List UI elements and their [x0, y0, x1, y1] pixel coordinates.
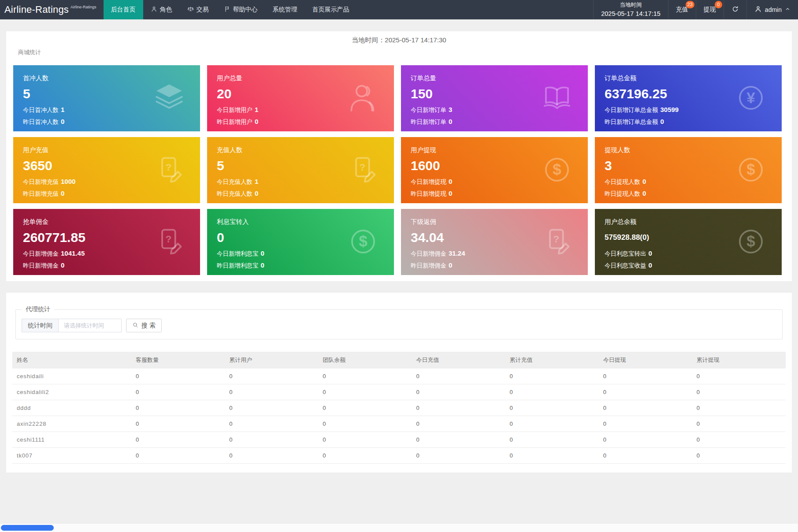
local-time-value: 2025-05-17 14:17:15 — [601, 9, 661, 19]
stat-card: 用户总余额575928.88(0)今日利息宝转出0今日利息宝收益0$ — [595, 209, 782, 275]
nav-item-4[interactable]: 帮助中心 — [216, 0, 265, 19]
stat-time-label: 统计时间 — [22, 319, 58, 332]
table-cell: 0 — [505, 452, 599, 459]
table-cell: 0 — [692, 373, 786, 379]
app-logo: Airline-Ratings Airline-Ratings — [0, 0, 97, 19]
stat-time-input[interactable] — [58, 319, 122, 332]
scrollbar-thumb[interactable] — [1, 525, 54, 531]
card-subline: 昨日新增用户0 — [217, 118, 384, 126]
nav-item-1[interactable]: 后台首页 — [104, 0, 143, 19]
card-subline: 昨日充值人数0 — [217, 190, 384, 198]
recharge-badge: 23 — [686, 1, 694, 8]
table-cell: 0 — [131, 452, 225, 459]
agent-legend: 代理统计 — [22, 305, 54, 313]
refresh-icon — [731, 5, 739, 15]
dollar-icon: $ — [734, 225, 768, 258]
navbar-right: 当地时间 2025-05-17 14:17:15 充值 23 提现 0 admi… — [593, 0, 798, 19]
table-cell: 0 — [692, 420, 786, 427]
svg-text:?: ? — [166, 233, 172, 245]
layers-icon — [152, 81, 186, 115]
table-cell: 0 — [318, 436, 412, 443]
table-header-cell: 累计用户 — [225, 356, 318, 364]
edit-doc-icon: ? — [346, 153, 380, 186]
stat-card: 订单总金额637196.25今日新增订单总金额30599昨日新增订单总金额0¥ — [595, 65, 782, 131]
flag-icon — [224, 6, 230, 14]
stat-card: 抢单佣金260771.85今日新增佣金1041.45昨日新增佣金0? — [13, 209, 200, 275]
withdraw-badge: 0 — [715, 1, 722, 8]
table-cell: 0 — [131, 436, 225, 443]
table-cell: 0 — [225, 405, 318, 411]
table-cell: 0 — [692, 436, 786, 443]
card-subline: 昨日新增提现0 — [411, 190, 578, 198]
stat-card: 下级返佣34.04今日新增佣金31.24昨日新增佣金0? — [401, 209, 588, 275]
table-header-cell: 累计提现 — [692, 356, 786, 364]
filter-row: 统计时间 搜 索 — [22, 319, 162, 332]
table-cell: 0 — [412, 389, 505, 395]
table-cell: 0 — [692, 405, 786, 411]
table-cell: 0 — [318, 420, 412, 427]
card-subline: 昨日新增利息宝0 — [217, 261, 384, 270]
card-subline: 今日利息宝收益0 — [605, 261, 772, 270]
username: admin — [765, 6, 782, 13]
table-header-cell: 客服数量 — [131, 356, 225, 364]
section-title: 商城统计 — [18, 48, 41, 56]
table-cell: 0 — [131, 389, 225, 395]
table-cell: 0 — [131, 420, 225, 427]
stat-card: 用户充值3650今日新增充值1000昨日新增充值0? — [13, 137, 200, 203]
refresh-button[interactable] — [724, 0, 746, 19]
nav-item-label: 后台首页 — [111, 6, 136, 14]
stat-card: 订单总量150今日新增订单3昨日新增订单0 — [401, 65, 588, 131]
agent-name: ceshidalili2 — [12, 389, 131, 395]
top-navbar: Airline-Ratings Airline-Ratings 后台首页角色交易… — [0, 0, 798, 19]
table-header-row: 姓名客服数量累计用户团队余额今日充值累计充值今日提现累计提现 — [12, 352, 786, 368]
search-icon — [132, 322, 139, 330]
table-cell: 0 — [318, 373, 412, 379]
table-cell: 0 — [599, 420, 692, 427]
table-header-cell: 今日提现 — [599, 356, 692, 364]
table-cell: 0 — [318, 452, 412, 459]
agent-name: ceshidaili — [12, 373, 131, 379]
table-cell: 0 — [225, 373, 318, 379]
nav-item-label: 角色 — [160, 6, 172, 14]
nav-item-3[interactable]: 交易 — [180, 0, 216, 19]
table-cell: 0 — [505, 389, 599, 395]
agent-name: dddd — [12, 405, 131, 411]
table-header-cell: 姓名 — [12, 356, 131, 364]
card-subline: 昨日提现人数0 — [605, 190, 772, 198]
user-menu[interactable]: admin — [746, 0, 798, 19]
nav-item-5[interactable]: 系统管理 — [265, 0, 305, 19]
search-button[interactable]: 搜 索 — [126, 319, 162, 332]
table-cell: 0 — [225, 389, 318, 395]
book-icon — [540, 81, 574, 115]
stat-card: 利息宝转入0今日新增利息宝0昨日新增利息宝0$ — [207, 209, 394, 275]
table-row: axin222280000000 — [12, 416, 786, 432]
table-cell: 0 — [505, 436, 599, 443]
table-row: ceshidalili20000000 — [12, 384, 786, 400]
svg-text:?: ? — [360, 161, 366, 173]
edit-doc-icon: ? — [540, 225, 574, 258]
table-cell: 0 — [412, 373, 505, 379]
svg-text:?: ? — [553, 233, 560, 245]
table-cell: 0 — [599, 452, 692, 459]
table-cell: 0 — [131, 405, 225, 411]
table-cell: 0 — [412, 452, 505, 459]
edit-doc-icon: ? — [152, 225, 186, 258]
stat-cards-grid: 首冲人数5今日首冲人数1昨日首冲人数0用户总量20今日新增用户1昨日新增用户0订… — [13, 65, 782, 275]
agent-table: 姓名客服数量累计用户团队余额今日充值累计充值今日提现累计提现ceshidaili… — [12, 352, 786, 464]
nav-item-2[interactable]: 角色 — [143, 0, 180, 19]
agent-name: ceshi1111 — [12, 436, 131, 443]
local-time-label: 当地时间 — [601, 1, 661, 9]
card-subline: 昨日首冲人数0 — [23, 118, 190, 126]
nav-item-6[interactable]: 首页展示产品 — [305, 0, 357, 19]
stat-card: 提现人数3今日提现人数0昨日提现人数0$ — [595, 137, 782, 203]
table-cell: 0 — [412, 436, 505, 443]
withdraw-button[interactable]: 提现 0 — [696, 0, 724, 19]
stat-card: 充值人数5今日充值人数1昨日充值人数0? — [207, 137, 394, 203]
card-subline: 昨日新增订单0 — [411, 118, 578, 126]
nav-item-label: 首页展示产品 — [312, 6, 349, 14]
agent-name: axin22228 — [12, 420, 131, 427]
edit-doc-icon: ? — [152, 153, 186, 186]
recharge-button[interactable]: 充值 23 — [668, 0, 696, 19]
table-cell: 0 — [412, 420, 505, 427]
table-cell: 0 — [505, 373, 599, 379]
